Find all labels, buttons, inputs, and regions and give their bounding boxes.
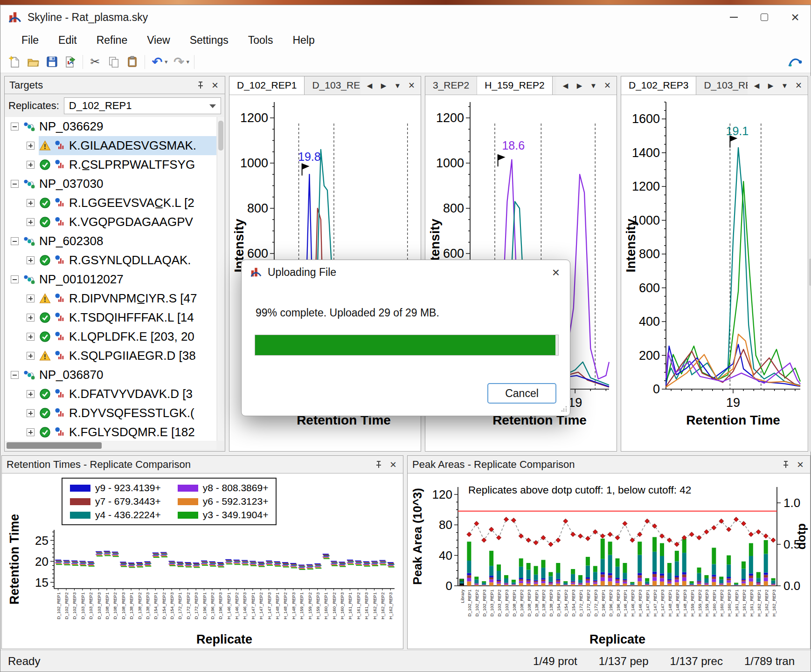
new-document-button[interactable] <box>5 52 24 72</box>
save-button[interactable] <box>42 52 61 72</box>
scrollbar-thumb[interactable] <box>809 259 811 286</box>
paste-button[interactable] <box>123 52 142 72</box>
tree-peptide-row[interactable]: K.LQPLDFK.E [203, 20 <box>5 327 216 346</box>
menu-edit[interactable]: Edit <box>49 29 87 51</box>
tab-menu-icon[interactable]: ▼ <box>391 82 404 89</box>
tab-scroll-right-icon[interactable]: ▶ <box>377 82 390 90</box>
panel-close-icon[interactable]: × <box>601 79 614 92</box>
protein-icon <box>23 178 35 190</box>
targets-vertical-scrollbar[interactable] <box>217 117 224 441</box>
peak-areas-close-icon[interactable]: × <box>795 459 805 470</box>
tree-expander-icon[interactable] <box>27 142 35 150</box>
tree-protein-row[interactable]: NP_036629 <box>5 117 216 136</box>
tree-expander-icon[interactable] <box>27 428 35 436</box>
skyline-logo-icon <box>8 10 22 24</box>
minimize-button[interactable] <box>718 5 749 29</box>
targets-title: Targets <box>9 79 43 91</box>
tab-menu-icon[interactable]: ▼ <box>778 82 791 89</box>
chromatogram-tab[interactable]: D_103_RE <box>305 76 368 95</box>
redo-dropdown-icon[interactable]: ▾ <box>187 58 190 65</box>
copy-button[interactable] <box>104 52 123 72</box>
tree-peptide-row[interactable]: R.DIPVNPMC̲IYR.S [47 <box>5 289 216 308</box>
peak-areas-chart[interactable]: 040801200.00.51.0Replicates above dotp c… <box>408 474 810 649</box>
tree-expander-icon[interactable] <box>11 371 19 379</box>
dialog-resize-grip[interactable] <box>561 405 568 414</box>
tree-expander-icon[interactable] <box>27 352 35 360</box>
targets-horizontal-scrollbar[interactable] <box>5 441 216 450</box>
panorama-upload-button[interactable] <box>785 52 804 72</box>
menu-view[interactable]: View <box>137 29 180 51</box>
tab-scroll-left-icon[interactable]: ◀ <box>559 82 572 90</box>
tree-peptide-row[interactable]: K.VGQPGDAGAAGPV <box>5 213 216 232</box>
tree-expander-icon[interactable] <box>11 237 19 245</box>
tree-expander-icon[interactable] <box>27 199 35 207</box>
edge-scrollbar[interactable] <box>809 76 811 452</box>
tree-expander-icon[interactable] <box>27 390 35 398</box>
svg-text:D_196_REP3: D_196_REP3 <box>218 592 223 619</box>
menu-help[interactable]: Help <box>283 29 324 51</box>
scrollbar-thumb[interactable] <box>218 121 223 151</box>
tree-expander-icon[interactable] <box>11 275 19 283</box>
tree-protein-row[interactable]: NP_036870 <box>5 365 216 384</box>
tree-expander-icon[interactable] <box>27 333 35 341</box>
pin-icon[interactable] <box>196 81 205 90</box>
tree-peptide-row[interactable]: R.LGGEEVSVAC̲K.L [2 <box>5 193 216 213</box>
tree-expander-icon[interactable] <box>27 218 35 226</box>
tree-peptide-row[interactable]: R.DYVSQFESSTLGK.( <box>5 404 216 423</box>
tree-peptide-row[interactable]: R.GSYNLQDLLAQAK. <box>5 251 216 270</box>
chromatogram-chart[interactable]: 0200400600800100012001400160019Intensity… <box>621 96 808 451</box>
retention-times-close-icon[interactable]: × <box>388 459 398 470</box>
tree-expander-icon[interactable] <box>27 161 35 169</box>
redo-button[interactable]: ↷ <box>170 52 188 72</box>
chromatogram-tab[interactable]: D_102_REP1 <box>229 76 305 95</box>
tree-protein-row[interactable]: NP_037030 <box>5 174 216 193</box>
dialog-close-button[interactable]: × <box>543 261 569 284</box>
chromatogram-tab[interactable]: 3_REP2 <box>425 76 477 95</box>
tab-scroll-left-icon[interactable]: ◀ <box>363 82 376 90</box>
tree-expander-icon[interactable] <box>11 180 19 188</box>
chromatogram-tab[interactable]: H_159_REP2 <box>477 76 552 95</box>
svg-text:H_160_REP1: H_160_REP1 <box>323 592 328 619</box>
menu-settings[interactable]: Settings <box>180 29 238 51</box>
cancel-button[interactable]: Cancel <box>487 383 556 404</box>
scrollbar-thumb[interactable] <box>7 442 102 449</box>
open-file-button[interactable] <box>24 52 42 72</box>
tree-peptide-row[interactable]: K.GILAADESVGSMAK. <box>5 136 216 155</box>
pin-icon[interactable] <box>374 460 383 469</box>
tree-protein-row[interactable]: NP_001012027 <box>5 270 216 289</box>
tree-expander-icon[interactable] <box>27 314 35 322</box>
replicates-dropdown[interactable]: D_102_REP1 <box>64 97 221 114</box>
tab-scroll-right-icon[interactable]: ▶ <box>573 82 586 90</box>
tab-scroll-right-icon[interactable]: ▶ <box>764 82 777 90</box>
targets-close-icon[interactable]: × <box>210 80 220 91</box>
svg-text:Retention Time: Retention Time <box>7 514 21 605</box>
chromatogram-tab[interactable]: D_102_REP3 <box>621 76 696 95</box>
tree-peptide-row[interactable]: K.SQLPGIIAEGR.D [38 <box>5 346 216 365</box>
tree-peptide-row[interactable]: K.FGLYSDQMR.E [182 <box>5 423 216 441</box>
menu-tools[interactable]: Tools <box>238 29 283 51</box>
undo-button[interactable]: ↶ <box>148 52 166 72</box>
tree-peptide-row[interactable]: R.C̲SLPRPWALTFSYG <box>5 155 216 174</box>
close-button[interactable]: × <box>780 5 811 29</box>
cut-button[interactable]: ✂ <box>86 52 104 72</box>
panel-close-icon[interactable]: × <box>792 79 805 92</box>
tree-peptide-row[interactable]: K.DFATVYVDAVK.D [3 <box>5 384 216 404</box>
tab-menu-icon[interactable]: ▼ <box>587 82 600 89</box>
pin-icon[interactable] <box>781 460 790 469</box>
tree-item-label: NP_001012027 <box>39 272 124 287</box>
tree-expander-icon[interactable] <box>27 409 35 417</box>
maximize-button[interactable] <box>749 5 780 29</box>
tree-expander-icon[interactable] <box>27 295 35 302</box>
undo-dropdown-icon[interactable]: ▾ <box>165 58 168 65</box>
menu-file[interactable]: File <box>12 29 49 51</box>
tree-expander-icon[interactable] <box>11 123 19 130</box>
tab-scroll-left-icon[interactable]: ◀ <box>750 82 763 90</box>
tree-expander-icon[interactable] <box>27 256 35 264</box>
peak-areas-panel: Peak Areas - Replicate Comparison × 0408… <box>407 455 811 649</box>
tree-peptide-row[interactable]: K.TSDQIHFFFAK.L [14 <box>5 308 216 327</box>
tree-protein-row[interactable]: NP_602308 <box>5 232 216 251</box>
share-document-button[interactable] <box>61 52 80 72</box>
menu-refine[interactable]: Refine <box>87 29 137 51</box>
protein-icon <box>23 121 35 133</box>
panel-close-icon[interactable]: × <box>405 79 418 92</box>
